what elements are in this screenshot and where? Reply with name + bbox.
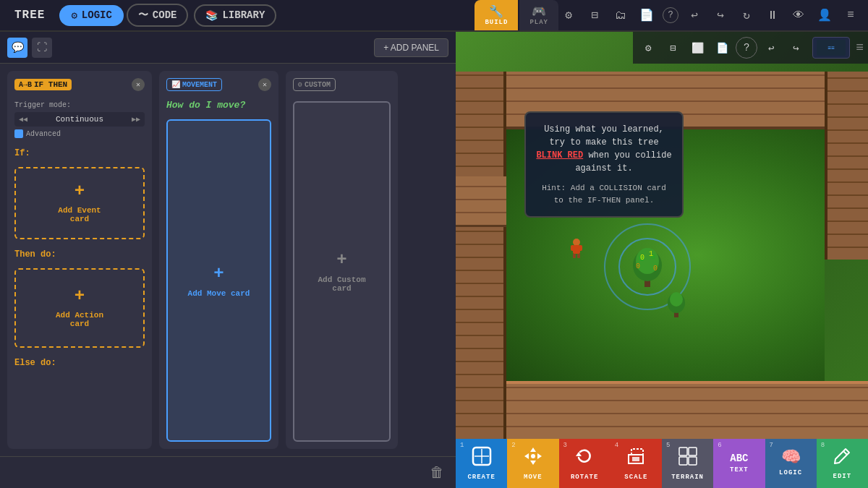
scale-tool[interactable]: 4 SCALE [610,439,662,488]
if-then-header: A→B IF THEN ✕ [14,78,145,91]
delete-panel-button[interactable]: 🗑 [430,464,444,481]
screen-tab-icon[interactable]: ⛶ [32,38,52,58]
menu-icon[interactable]: ≡ [841,5,861,25]
main-content: 💬 ⛶ + ADD PANEL A→B IF THEN ✕ [0,32,868,488]
tooltip-hint: Hint: Add a COLLISION card to the IF-THE… [536,182,672,206]
move-label: MOVE [524,474,542,481]
add-action-plus-icon: + [75,288,85,305]
right-top-toolbar: ⚙ ⊟ ⬜ 📄 ? ↩ ↪ ≡≡ ≡ [633,32,868,64]
wall-right [825,72,868,260]
wall-left [456,72,506,439]
rotate-tool[interactable]: 3 ROTATE [559,439,610,488]
movement-panel: 📈 MOVEMENT ✕ How do I move? + Add Move c… [159,71,278,449]
mini-screen-inner: ≡≡ [817,40,846,56]
redo-right-icon[interactable]: ↪ [785,37,807,59]
svg-rect-28 [679,448,687,455]
move-number: 2 [511,442,515,449]
add-right-icon[interactable]: 📄 [711,37,733,59]
terrain-tool[interactable]: 5 TERRAIN [662,439,713,488]
save-right-icon[interactable]: ⊟ [662,37,684,59]
add-panel-button[interactable]: + ADD PANEL [374,38,448,57]
undo-icon[interactable]: ↩ [684,5,705,25]
custom-gear-icon: ⚙ [298,80,302,89]
file-icon[interactable]: 📄 [637,5,657,25]
add-action-label: Add Actioncard [56,311,103,328]
top-navbar: TREE ⚙ LOGIC 〜 CODE 📚 LIBRARY 🔧 BUILD 🎮 … [0,0,868,32]
play-tab[interactable]: 🎮 PLAY [519,0,558,30]
eye-icon[interactable]: 👁 [788,5,809,25]
left-panel: 💬 ⛶ + ADD PANEL A→B IF THEN ✕ [0,32,456,488]
chat-tab-icon[interactable]: 💬 [7,38,27,58]
add-event-plus-icon: + [75,183,85,200]
scale-number: 4 [615,442,618,449]
if-then-panel: A→B IF THEN ✕ Trigger mode: ◀ Continuous… [7,71,152,449]
create-tool[interactable]: 1 CREATE [456,439,507,488]
svg-marker-24 [537,453,542,459]
then-section-label: Then do: [14,249,145,260]
scale-label: SCALE [624,474,647,481]
if-then-close-button[interactable]: ✕ [132,78,145,91]
tree-label: TREE [0,9,59,22]
add-move-card-button[interactable]: + Add Move card [166,119,271,442]
if-then-badge: A→B IF THEN [14,79,72,90]
svg-marker-21 [530,448,536,452]
trigger-value: Continuous [30,115,129,124]
move-tool[interactable]: 2 MOVE [507,439,558,488]
rotate-number: 3 [563,442,567,449]
add-action-card-button[interactable]: + Add Actioncard [14,268,145,348]
custom-badge: ⚙ CUSTOM [293,78,336,91]
build-wrench-icon: 🔧 [489,4,503,19]
svg-marker-23 [524,453,529,459]
pause-icon[interactable]: ⏸ [762,5,783,25]
trigger-prev-arrow[interactable]: ◀ [19,115,27,124]
edit-tool[interactable]: 8 EDIT [817,439,868,488]
svg-rect-3 [579,245,582,251]
custom-panel: ⚙ CUSTOM + Add Customcard [286,71,398,449]
movement-close-icon: ✕ [263,80,267,89]
text-tool[interactable]: 6 ABC TEXT [713,439,765,488]
build-tab[interactable]: 🔧 BUILD [475,0,518,30]
user-profile-icon[interactable]: 👤 [814,5,835,25]
mini-screen-label: ≡≡ [827,45,835,51]
create-icon [472,446,492,471]
logic-brain-icon: 🧠 [781,450,801,466]
redo-icon[interactable]: ↪ [710,5,731,25]
move-icon [523,446,543,471]
edit-label: EDIT [833,473,852,480]
window-icon[interactable]: ⬜ [686,37,708,59]
panel-bottom: 🗑 [0,456,456,488]
trigger-label: Trigger mode: [14,101,71,109]
add-custom-label: Add Customcard [318,275,365,293]
terrain-label: TERRAIN [671,474,704,481]
svg-rect-5 [577,254,580,258]
advanced-checkbox[interactable] [14,129,23,138]
add-custom-card-button[interactable]: + Add Customcard [293,101,391,442]
refresh-icon[interactable]: ↻ [736,5,757,25]
save-icon[interactable]: ⊟ [584,5,605,25]
svg-point-17 [670,292,683,307]
add-move-label: Add Move card [188,289,250,298]
close-icon: ✕ [136,80,140,89]
folder-icon[interactable]: 🗂 [610,5,631,25]
logic-tool[interactable]: 7 🧠 LOGIC [765,439,817,488]
undo-right-icon[interactable]: ↩ [760,37,782,59]
target-circle-inner [618,238,676,296]
more-options-icon[interactable]: ≡ [856,40,864,55]
trigger-next-arrow[interactable]: ▶ [132,115,140,124]
settings-icon[interactable]: ⚙ [637,37,659,59]
help-icon[interactable]: ? [663,7,678,23]
code-tab[interactable]: 〜 CODE [127,4,189,27]
if-section-label: If: [14,148,145,158]
add-panel-label: + ADD PANEL [383,43,439,53]
library-tab[interactable]: 📚 LIBRARY [194,4,276,27]
terrain-number: 5 [666,442,670,449]
panel-tabs-bar: 💬 ⛶ + ADD PANEL [0,32,456,64]
terrain-icon [678,446,698,471]
add-event-card-button[interactable]: + Add Eventcard [14,167,145,239]
if-then-title: IF THEN [34,80,67,89]
help-right-icon[interactable]: ? [736,37,757,59]
logic-tab[interactable]: ⚙ LOGIC [59,5,123,26]
gear-icon[interactable]: ⚙ [558,5,579,25]
movement-close-button[interactable]: ✕ [258,78,271,91]
build-play-section: 🔧 BUILD 🎮 PLAY [475,0,558,30]
